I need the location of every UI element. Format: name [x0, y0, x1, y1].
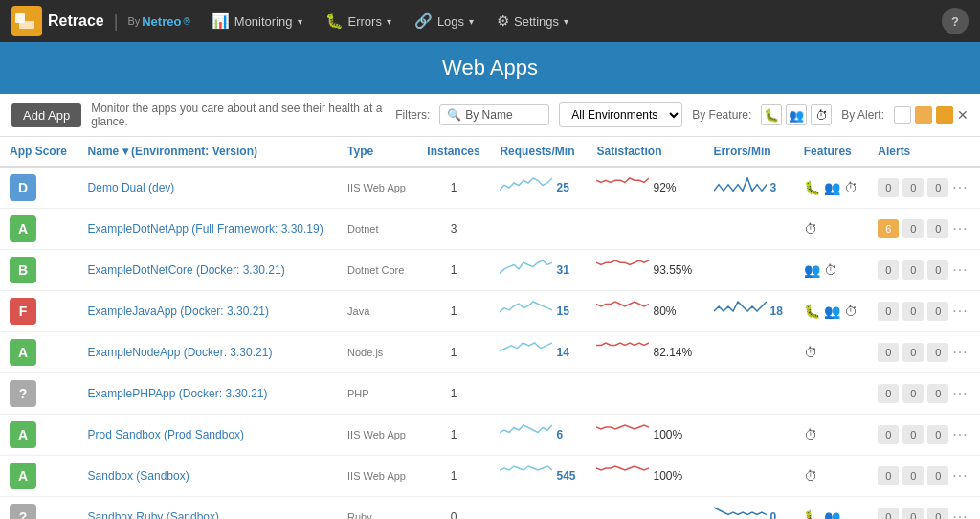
people-feature-icon: 👥	[824, 509, 840, 519]
score-badge: ?	[10, 380, 36, 407]
bug-feature-icon: 🐛	[804, 304, 820, 319]
search-box: 🔍	[439, 104, 549, 125]
nav-settings[interactable]: ⚙ Settings ▾	[487, 7, 578, 35]
table-row: AExampleNodeApp (Docker: 3.30.21)Node.js…	[0, 332, 980, 373]
score-badge: F	[10, 298, 36, 325]
people-feature-filter[interactable]: 👥	[786, 104, 807, 125]
sparkline-chart	[596, 260, 649, 281]
more-button[interactable]: ···	[952, 261, 968, 279]
alert-count-2: 0	[927, 219, 948, 238]
app-name-link[interactable]: Demo Dual (dev)	[88, 181, 175, 194]
app-type: Dotnet	[347, 223, 378, 235]
sparkline-chart	[500, 342, 552, 363]
requests-cell	[490, 209, 587, 250]
app-type-cell: Ruby	[338, 497, 417, 520]
add-app-button[interactable]: Add App	[11, 103, 81, 127]
table-row: BExampleDotNetCore (Docker: 3.30.21)Dotn…	[0, 250, 980, 291]
more-button[interactable]: ···	[952, 344, 968, 361]
brand-logo: Retrace | By Netreo ®	[11, 6, 190, 36]
alert-count-1: 0	[902, 178, 924, 197]
nav-errors[interactable]: 🐛 Errors ▾	[316, 7, 401, 35]
features-cell	[794, 373, 869, 415]
requests-value: 545	[556, 469, 575, 483]
instances-cell: 3	[417, 209, 491, 250]
nav-monitoring[interactable]: 📊 Monitoring ▾	[202, 7, 312, 35]
timer-feature-icon: ⏱	[804, 221, 817, 237]
app-type-cell: IIS Web App	[338, 456, 417, 497]
app-name-cell[interactable]: ExampleNodeApp (Docker: 3.30.21)	[78, 332, 338, 373]
requests-cell: 31	[490, 250, 587, 291]
alerts-cell: 000···	[868, 167, 980, 209]
errors-icon: 🐛	[325, 12, 344, 30]
by-netreo: By Netreo ®	[127, 14, 189, 29]
table-body: DDemo Dual (dev)IIS Web App12592%3🐛👥⏱000…	[0, 167, 980, 519]
alert-count-0: 0	[878, 343, 899, 362]
table-header: App Score Name ▾ (Environment: Version) …	[0, 137, 980, 167]
satisfaction-cell: 93.55%	[587, 250, 703, 291]
timer-feature-icon: ⏱	[824, 262, 837, 278]
timer-feature-icon: ⏱	[844, 304, 858, 319]
features-cell: ⏱	[794, 456, 869, 497]
alert-box-orange[interactable]	[936, 106, 953, 124]
instances-value: 1	[451, 181, 457, 194]
app-name-link[interactable]: ExampleNodeApp (Docker: 3.30.21)	[88, 346, 273, 359]
alerts-list: 000···	[878, 260, 970, 280]
more-button[interactable]: ···	[952, 426, 968, 443]
timer-feature-icon: ⏱	[804, 345, 817, 360]
timer-feature-filter[interactable]: ⏱	[811, 104, 832, 125]
app-name-link[interactable]: ExamplePHPApp (Docker: 3.30.21)	[88, 387, 268, 400]
app-name-cell[interactable]: Demo Dual (dev)	[78, 167, 338, 209]
alert-count-0: 0	[878, 466, 899, 485]
alert-box-yellow[interactable]	[915, 106, 932, 124]
more-button[interactable]: ···	[952, 220, 968, 237]
alerts-cell: 000···	[868, 415, 980, 456]
more-button[interactable]: ···	[952, 467, 968, 485]
col-satisfaction: Satisfaction	[587, 137, 703, 167]
environment-select[interactable]: All Environments	[559, 102, 682, 127]
app-name-link[interactable]: Sandbox Ruby (Sandbox)	[88, 510, 219, 519]
alert-count-1: 0	[902, 302, 924, 321]
app-name-link[interactable]: Sandbox (Sandbox)	[88, 469, 189, 483]
app-name-cell[interactable]: Sandbox (Sandbox)	[78, 456, 338, 497]
app-name-link[interactable]: ExampleDotNetCore (Docker: 3.30.21)	[88, 263, 285, 277]
alert-box-1[interactable]	[894, 106, 911, 124]
app-name-cell[interactable]: Prod Sandbox (Prod Sandbox)	[78, 415, 338, 456]
help-button[interactable]: ?	[942, 8, 969, 34]
settings-icon: ⚙	[497, 12, 509, 30]
nav-logs[interactable]: 🔗 Logs ▾	[405, 7, 483, 35]
score-badge: D	[10, 174, 36, 201]
clear-filters-icon[interactable]: ✕	[957, 107, 969, 123]
alert-count-1: 0	[902, 343, 924, 362]
sparkline-chart	[596, 465, 649, 486]
alerts-cell: 600···	[868, 209, 980, 250]
app-name-cell[interactable]: ExampleDotNetCore (Docker: 3.30.21)	[78, 250, 338, 291]
more-button[interactable]: ···	[952, 303, 968, 320]
more-button[interactable]: ···	[952, 385, 968, 402]
more-button[interactable]: ···	[952, 508, 968, 519]
app-score-cell: B	[0, 250, 78, 291]
features-list: 🐛👥⏱	[804, 304, 859, 319]
bug-feature-filter[interactable]: 🐛	[761, 104, 782, 125]
features-cell: ⏱	[794, 209, 869, 250]
app-name-link[interactable]: ExampleDotNetApp (Full Framework: 3.30.1…	[88, 222, 323, 236]
app-name-cell[interactable]: ExampleDotNetApp (Full Framework: 3.30.1…	[78, 209, 338, 250]
alert-count-2: 0	[927, 508, 948, 519]
app-name-link[interactable]: Prod Sandbox (Prod Sandbox)	[88, 428, 244, 441]
app-type: Dotnet Core	[347, 264, 404, 276]
sparkline-chart	[500, 260, 552, 281]
more-button[interactable]: ···	[952, 179, 968, 196]
app-type: IIS Web App	[347, 182, 406, 193]
score-badge: ?	[10, 504, 36, 519]
alert-count-1: 0	[902, 260, 924, 280]
errors-metric: 18	[714, 301, 785, 322]
app-name-link[interactable]: ExampleJavaApp (Docker: 3.30.21)	[88, 305, 269, 318]
app-name-cell[interactable]: ExamplePHPApp (Docker: 3.30.21)	[78, 373, 338, 415]
app-type: IIS Web App	[347, 429, 406, 440]
app-name-cell[interactable]: Sandbox Ruby (Sandbox)	[78, 497, 338, 520]
errors-cell	[704, 373, 794, 415]
search-icon: 🔍	[447, 108, 461, 122]
search-input[interactable]	[465, 108, 542, 122]
app-name-cell[interactable]: ExampleJavaApp (Docker: 3.30.21)	[78, 291, 338, 332]
instances-value: 1	[451, 263, 457, 277]
col-name[interactable]: Name ▾ (Environment: Version)	[78, 137, 338, 167]
